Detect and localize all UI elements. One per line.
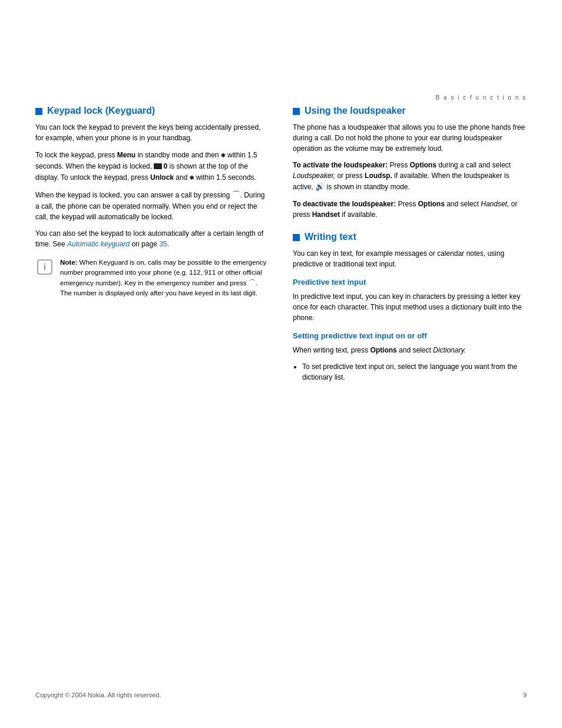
predictive-bullet-list: To set predictive text input on, select … <box>302 361 527 383</box>
svg-text:i: i <box>44 262 46 272</box>
page: B a s i c f u n c t i o n s Keypad lock … <box>0 0 562 728</box>
blue-square-icon-2 <box>293 108 300 115</box>
blue-square-icon <box>35 108 42 115</box>
content-area: Keypad lock (Keyguard) You can lock the … <box>0 106 562 394</box>
note-text: Note: When Keyguard is on, calls may be … <box>60 258 269 298</box>
section-name: B a s i c f u n c t i o n s <box>435 94 527 101</box>
keypad-lock-section: Keypad lock (Keyguard) You can lock the … <box>35 106 269 298</box>
automatic-keyguard-link[interactable]: Automatic keyguard <box>67 240 130 248</box>
keypad-para2: To lock the keypad, press Menu in standb… <box>35 149 269 183</box>
keypad-para3: When the keypad is locked, you can answe… <box>35 189 269 222</box>
keypad-para4: You can also set the keypad to lock auto… <box>35 228 269 249</box>
page-number: 9 <box>523 691 527 699</box>
setting-predictive-subtitle: Setting predictive text input on or off <box>293 331 527 340</box>
writing-text-title: Writing text <box>293 232 527 242</box>
writing-text-section: Writing text You can key in text, for ex… <box>293 232 527 383</box>
keypad-para1: You can lock the keypad to prevent the k… <box>35 122 269 143</box>
blue-square-icon-3 <box>293 234 300 241</box>
page-footer: Copyright © 2004 Nokia. All rights reser… <box>0 691 562 699</box>
predictive-text-para1: In predictive text input, you can key in… <box>293 291 527 323</box>
loudspeaker-para1: The phone has a loudspeaker that allows … <box>293 122 527 154</box>
page-link[interactable]: 35 <box>159 240 167 248</box>
bullet-item-1: To set predictive text input on, select … <box>302 361 527 383</box>
page-header: B a s i c f u n c t i o n s <box>0 0 562 106</box>
note-box: i Note: When Keyguard is on, calls may b… <box>35 258 269 298</box>
left-column: Keypad lock (Keyguard) You can lock the … <box>35 106 269 394</box>
keypad-lock-title: Keypad lock (Keyguard) <box>35 106 269 116</box>
setting-predictive-para1: When writing text, press Options and sel… <box>293 345 527 355</box>
writing-text-para1: You can key in text, for example message… <box>293 248 527 269</box>
copyright-text: Copyright © 2004 Nokia. All rights reser… <box>35 691 161 699</box>
loudspeaker-activate: To activate the loudspeaker: Press Optio… <box>293 160 527 193</box>
loudspeaker-title: Using the loudspeaker <box>293 106 527 116</box>
predictive-text-subtitle: Predictive text input <box>293 278 527 286</box>
loudspeaker-deactivate: To deactivate the loudspeaker: Press Opt… <box>293 199 527 220</box>
loudspeaker-section: Using the loudspeaker The phone has a lo… <box>293 106 527 220</box>
right-column: Using the loudspeaker The phone has a lo… <box>293 106 527 394</box>
note-icon: i <box>35 259 54 278</box>
